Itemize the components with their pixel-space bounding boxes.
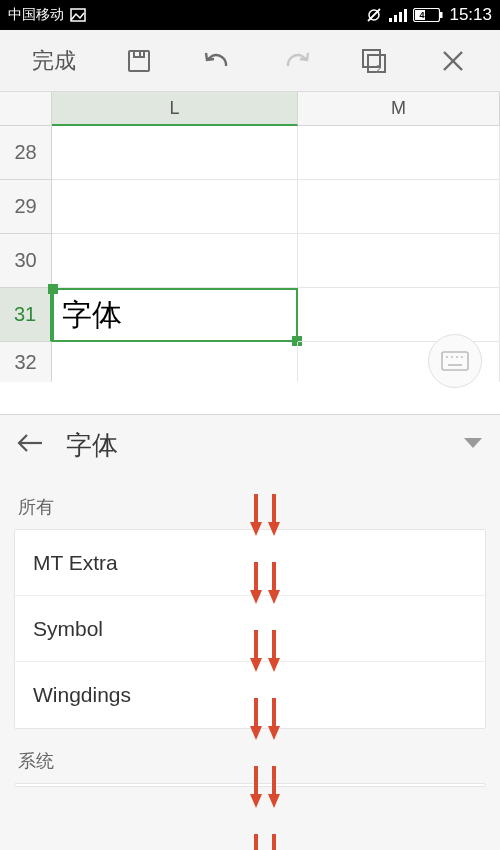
cell[interactable] xyxy=(52,234,298,288)
cell[interactable] xyxy=(52,180,298,234)
section-all-label: 所有 xyxy=(0,475,500,529)
clock: 15:13 xyxy=(449,5,492,25)
svg-rect-17 xyxy=(442,352,468,370)
svg-rect-6 xyxy=(404,9,407,22)
panel-title: 字体 xyxy=(66,428,440,463)
svg-rect-8 xyxy=(440,12,443,18)
cell[interactable] xyxy=(298,234,500,288)
svg-rect-5 xyxy=(399,12,402,22)
keyboard-fab[interactable] xyxy=(428,334,482,388)
row-header[interactable]: 29 xyxy=(0,180,52,234)
font-item[interactable]: Symbol xyxy=(15,596,485,662)
font-item[interactable]: Wingdings xyxy=(15,662,485,728)
vibrate-icon xyxy=(365,7,383,23)
undo-button[interactable] xyxy=(190,37,246,85)
cell[interactable] xyxy=(52,342,298,382)
cell[interactable] xyxy=(298,126,500,180)
app-toolbar: 完成 2 xyxy=(0,30,500,92)
row-header[interactable]: 30 xyxy=(0,234,52,288)
status-bar: 中国移动 43 15:13 xyxy=(0,0,500,30)
row-header[interactable]: 31 xyxy=(0,288,52,342)
section-system-label: 系统 xyxy=(0,729,500,783)
cell[interactable] xyxy=(52,126,298,180)
save-button[interactable] xyxy=(111,37,167,85)
selection-handle-tl[interactable] xyxy=(48,284,58,294)
panel-back-button[interactable] xyxy=(16,432,44,458)
svg-rect-3 xyxy=(389,18,392,22)
font-list-all: MT Extra Symbol Wingdings xyxy=(14,529,486,729)
done-button[interactable]: 完成 xyxy=(19,37,89,85)
panel-collapse-button[interactable] xyxy=(462,436,484,454)
cell[interactable] xyxy=(298,288,500,342)
font-list-system xyxy=(14,783,486,787)
row-header[interactable]: 28 xyxy=(0,126,52,180)
svg-rect-4 xyxy=(394,15,397,22)
battery-pct: 43 xyxy=(419,10,429,20)
copy-stack-button[interactable]: 2 xyxy=(346,37,402,85)
signal-icon xyxy=(389,8,407,22)
battery-icon: 43 xyxy=(413,8,443,22)
selected-cell[interactable]: 字体 xyxy=(52,288,298,342)
font-panel: 字体 所有 MT Extra Symbol Wingdings 系统 xyxy=(0,414,500,850)
col-header-M[interactable]: M xyxy=(298,92,500,126)
spreadsheet[interactable]: L M 28 29 30 31 字体 32 xyxy=(0,92,500,414)
close-button[interactable] xyxy=(425,37,481,85)
cell[interactable] xyxy=(298,180,500,234)
picture-icon xyxy=(70,8,86,22)
select-all-corner[interactable] xyxy=(0,92,52,126)
svg-marker-24 xyxy=(464,438,482,448)
cell-value: 字体 xyxy=(62,295,122,336)
redo-button[interactable] xyxy=(268,37,324,85)
copy-count: 2 xyxy=(375,63,381,75)
svg-line-2 xyxy=(368,9,380,21)
carrier-label: 中国移动 xyxy=(8,6,64,24)
font-item[interactable]: MT Extra xyxy=(15,530,485,596)
row-header[interactable]: 32 xyxy=(0,342,52,382)
col-header-L[interactable]: L xyxy=(52,92,298,126)
